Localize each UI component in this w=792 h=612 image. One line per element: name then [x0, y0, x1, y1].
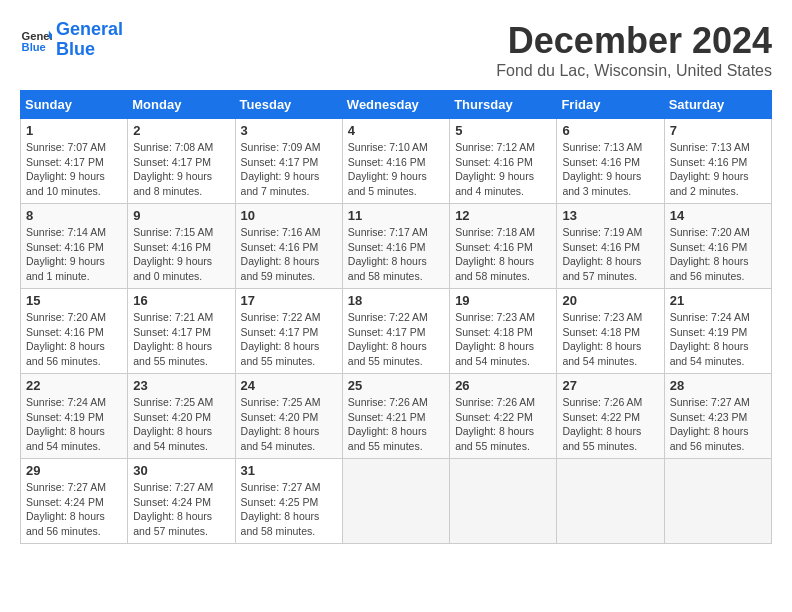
- day-number: 23: [133, 378, 229, 393]
- calendar-cell: 24Sunrise: 7:25 AMSunset: 4:20 PMDayligh…: [235, 374, 342, 459]
- day-info: Sunrise: 7:08 AMSunset: 4:17 PMDaylight:…: [133, 140, 229, 199]
- calendar-cell: 21Sunrise: 7:24 AMSunset: 4:19 PMDayligh…: [664, 289, 771, 374]
- calendar-cell: 11Sunrise: 7:17 AMSunset: 4:16 PMDayligh…: [342, 204, 449, 289]
- calendar-cell: [450, 459, 557, 544]
- week-row-2: 8Sunrise: 7:14 AMSunset: 4:16 PMDaylight…: [21, 204, 772, 289]
- weekday-header-thursday: Thursday: [450, 91, 557, 119]
- weekday-header-row: SundayMondayTuesdayWednesdayThursdayFrid…: [21, 91, 772, 119]
- day-number: 7: [670, 123, 766, 138]
- calendar-cell: 1Sunrise: 7:07 AMSunset: 4:17 PMDaylight…: [21, 119, 128, 204]
- weekday-header-wednesday: Wednesday: [342, 91, 449, 119]
- logo: General Blue General Blue: [20, 20, 123, 60]
- calendar-cell: [664, 459, 771, 544]
- day-info: Sunrise: 7:12 AMSunset: 4:16 PMDaylight:…: [455, 140, 551, 199]
- day-number: 17: [241, 293, 337, 308]
- week-row-5: 29Sunrise: 7:27 AMSunset: 4:24 PMDayligh…: [21, 459, 772, 544]
- day-info: Sunrise: 7:27 AMSunset: 4:25 PMDaylight:…: [241, 480, 337, 539]
- day-number: 10: [241, 208, 337, 223]
- day-info: Sunrise: 7:20 AMSunset: 4:16 PMDaylight:…: [26, 310, 122, 369]
- day-info: Sunrise: 7:23 AMSunset: 4:18 PMDaylight:…: [455, 310, 551, 369]
- day-info: Sunrise: 7:16 AMSunset: 4:16 PMDaylight:…: [241, 225, 337, 284]
- day-info: Sunrise: 7:14 AMSunset: 4:16 PMDaylight:…: [26, 225, 122, 284]
- calendar-cell: 6Sunrise: 7:13 AMSunset: 4:16 PMDaylight…: [557, 119, 664, 204]
- day-number: 11: [348, 208, 444, 223]
- title-block: December 2024 Fond du Lac, Wisconsin, Un…: [496, 20, 772, 80]
- day-number: 8: [26, 208, 122, 223]
- day-number: 9: [133, 208, 229, 223]
- day-info: Sunrise: 7:26 AMSunset: 4:22 PMDaylight:…: [562, 395, 658, 454]
- calendar-cell: [342, 459, 449, 544]
- logo-icon: General Blue: [20, 24, 52, 56]
- day-info: Sunrise: 7:07 AMSunset: 4:17 PMDaylight:…: [26, 140, 122, 199]
- day-number: 13: [562, 208, 658, 223]
- day-number: 19: [455, 293, 551, 308]
- day-info: Sunrise: 7:15 AMSunset: 4:16 PMDaylight:…: [133, 225, 229, 284]
- calendar-cell: 9Sunrise: 7:15 AMSunset: 4:16 PMDaylight…: [128, 204, 235, 289]
- calendar-cell: 12Sunrise: 7:18 AMSunset: 4:16 PMDayligh…: [450, 204, 557, 289]
- day-info: Sunrise: 7:13 AMSunset: 4:16 PMDaylight:…: [670, 140, 766, 199]
- day-info: Sunrise: 7:09 AMSunset: 4:17 PMDaylight:…: [241, 140, 337, 199]
- day-info: Sunrise: 7:22 AMSunset: 4:17 PMDaylight:…: [348, 310, 444, 369]
- day-info: Sunrise: 7:27 AMSunset: 4:24 PMDaylight:…: [26, 480, 122, 539]
- day-number: 27: [562, 378, 658, 393]
- day-number: 1: [26, 123, 122, 138]
- day-info: Sunrise: 7:26 AMSunset: 4:21 PMDaylight:…: [348, 395, 444, 454]
- day-info: Sunrise: 7:24 AMSunset: 4:19 PMDaylight:…: [670, 310, 766, 369]
- day-info: Sunrise: 7:22 AMSunset: 4:17 PMDaylight:…: [241, 310, 337, 369]
- day-info: Sunrise: 7:24 AMSunset: 4:19 PMDaylight:…: [26, 395, 122, 454]
- calendar-cell: 13Sunrise: 7:19 AMSunset: 4:16 PMDayligh…: [557, 204, 664, 289]
- weekday-header-monday: Monday: [128, 91, 235, 119]
- weekday-header-friday: Friday: [557, 91, 664, 119]
- page-header: General Blue General Blue December 2024 …: [20, 20, 772, 80]
- calendar-cell: [557, 459, 664, 544]
- month-title: December 2024: [496, 20, 772, 62]
- weekday-header-tuesday: Tuesday: [235, 91, 342, 119]
- calendar-cell: 8Sunrise: 7:14 AMSunset: 4:16 PMDaylight…: [21, 204, 128, 289]
- week-row-1: 1Sunrise: 7:07 AMSunset: 4:17 PMDaylight…: [21, 119, 772, 204]
- day-number: 14: [670, 208, 766, 223]
- location-subtitle: Fond du Lac, Wisconsin, United States: [496, 62, 772, 80]
- calendar-cell: 3Sunrise: 7:09 AMSunset: 4:17 PMDaylight…: [235, 119, 342, 204]
- day-number: 31: [241, 463, 337, 478]
- day-number: 24: [241, 378, 337, 393]
- day-number: 4: [348, 123, 444, 138]
- day-number: 30: [133, 463, 229, 478]
- calendar-cell: 19Sunrise: 7:23 AMSunset: 4:18 PMDayligh…: [450, 289, 557, 374]
- calendar-cell: 29Sunrise: 7:27 AMSunset: 4:24 PMDayligh…: [21, 459, 128, 544]
- day-number: 22: [26, 378, 122, 393]
- calendar-cell: 7Sunrise: 7:13 AMSunset: 4:16 PMDaylight…: [664, 119, 771, 204]
- weekday-header-saturday: Saturday: [664, 91, 771, 119]
- day-number: 25: [348, 378, 444, 393]
- day-info: Sunrise: 7:27 AMSunset: 4:23 PMDaylight:…: [670, 395, 766, 454]
- day-number: 5: [455, 123, 551, 138]
- calendar-cell: 14Sunrise: 7:20 AMSunset: 4:16 PMDayligh…: [664, 204, 771, 289]
- day-info: Sunrise: 7:10 AMSunset: 4:16 PMDaylight:…: [348, 140, 444, 199]
- day-number: 29: [26, 463, 122, 478]
- day-info: Sunrise: 7:13 AMSunset: 4:16 PMDaylight:…: [562, 140, 658, 199]
- calendar-cell: 16Sunrise: 7:21 AMSunset: 4:17 PMDayligh…: [128, 289, 235, 374]
- day-info: Sunrise: 7:19 AMSunset: 4:16 PMDaylight:…: [562, 225, 658, 284]
- calendar-cell: 27Sunrise: 7:26 AMSunset: 4:22 PMDayligh…: [557, 374, 664, 459]
- calendar-cell: 28Sunrise: 7:27 AMSunset: 4:23 PMDayligh…: [664, 374, 771, 459]
- calendar-cell: 2Sunrise: 7:08 AMSunset: 4:17 PMDaylight…: [128, 119, 235, 204]
- calendar-cell: 22Sunrise: 7:24 AMSunset: 4:19 PMDayligh…: [21, 374, 128, 459]
- calendar-cell: 18Sunrise: 7:22 AMSunset: 4:17 PMDayligh…: [342, 289, 449, 374]
- svg-text:Blue: Blue: [22, 41, 46, 53]
- day-number: 18: [348, 293, 444, 308]
- calendar-cell: 25Sunrise: 7:26 AMSunset: 4:21 PMDayligh…: [342, 374, 449, 459]
- calendar-cell: 10Sunrise: 7:16 AMSunset: 4:16 PMDayligh…: [235, 204, 342, 289]
- day-number: 20: [562, 293, 658, 308]
- week-row-4: 22Sunrise: 7:24 AMSunset: 4:19 PMDayligh…: [21, 374, 772, 459]
- day-number: 26: [455, 378, 551, 393]
- calendar-cell: 20Sunrise: 7:23 AMSunset: 4:18 PMDayligh…: [557, 289, 664, 374]
- day-info: Sunrise: 7:23 AMSunset: 4:18 PMDaylight:…: [562, 310, 658, 369]
- day-number: 15: [26, 293, 122, 308]
- calendar-cell: 23Sunrise: 7:25 AMSunset: 4:20 PMDayligh…: [128, 374, 235, 459]
- day-number: 3: [241, 123, 337, 138]
- day-number: 28: [670, 378, 766, 393]
- calendar-cell: 4Sunrise: 7:10 AMSunset: 4:16 PMDaylight…: [342, 119, 449, 204]
- calendar-cell: 15Sunrise: 7:20 AMSunset: 4:16 PMDayligh…: [21, 289, 128, 374]
- week-row-3: 15Sunrise: 7:20 AMSunset: 4:16 PMDayligh…: [21, 289, 772, 374]
- calendar-cell: 17Sunrise: 7:22 AMSunset: 4:17 PMDayligh…: [235, 289, 342, 374]
- calendar-cell: 30Sunrise: 7:27 AMSunset: 4:24 PMDayligh…: [128, 459, 235, 544]
